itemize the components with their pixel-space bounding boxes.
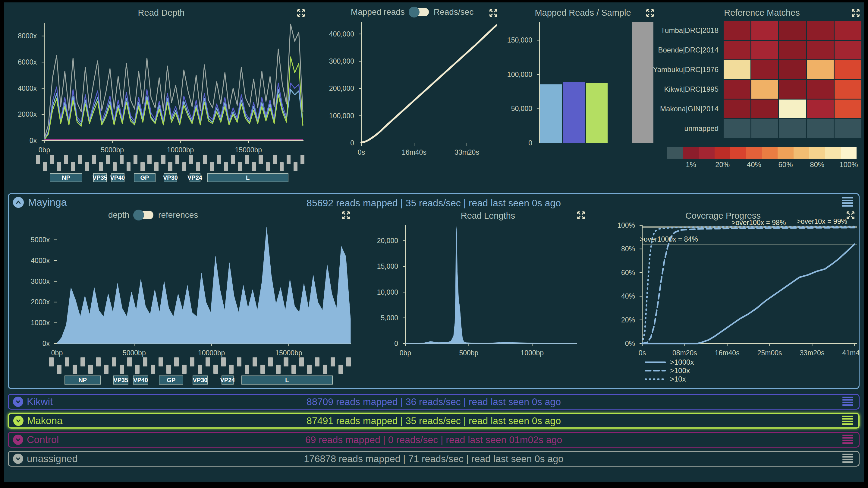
legend-label: >10x	[670, 375, 686, 383]
amplicon-block	[112, 357, 116, 367]
sample-row-makona[interactable]: Makona 87491 reads mapped | 35 reads/sec…	[8, 413, 860, 429]
reads-per-sec-label: Reads/sec	[434, 7, 473, 17]
mapped-reads-toggle[interactable]	[410, 8, 429, 16]
gene-vp24: VP24	[221, 375, 234, 384]
expand-icon[interactable]	[576, 210, 586, 221]
legend-item: >10x	[645, 375, 694, 383]
coverage-plot	[639, 225, 857, 347]
scale-swatch	[683, 147, 699, 159]
heatmap-cell	[779, 41, 806, 59]
scale-swatch	[794, 147, 809, 159]
menu-icon[interactable]	[842, 435, 854, 445]
expand-icon[interactable]	[645, 8, 655, 18]
gene-vp30: VP30	[193, 375, 208, 384]
sample-row-kikwit[interactable]: Kikwit 88709 reads mapped | 36 reads/sec…	[8, 394, 860, 409]
menu-icon[interactable]	[842, 454, 854, 464]
sample-row-unassigned[interactable]: unassigned 176878 reads mapped | 71 read…	[8, 451, 860, 467]
amplicon-block	[127, 357, 132, 367]
y-tick-label: 1000x	[31, 319, 50, 327]
x-tick-label: 33m20s	[800, 349, 825, 357]
depth-references-toggle-row: depth references	[108, 210, 198, 220]
legend-item: >100x	[645, 367, 694, 375]
amplicon-block	[221, 357, 226, 367]
gene-vp40: VP40	[111, 173, 124, 182]
x-tick-label: 25m00s	[757, 349, 782, 357]
legend-label: >100x	[670, 367, 690, 375]
y-tick-label: 0	[350, 139, 354, 147]
scale-label: 60%	[778, 161, 793, 169]
scale-swatch	[762, 147, 778, 159]
sample-panel-mayinga: Mayinga 85692 reads mapped | 35 reads/se…	[8, 193, 860, 389]
amplicon-block	[293, 162, 298, 171]
gene-gp: GP	[134, 173, 156, 182]
expand-icon[interactable]	[341, 210, 351, 221]
chevron-up-icon[interactable]	[13, 197, 24, 208]
y-tick-label: 100,000	[329, 112, 354, 120]
sample-stats: 69 reads mapped | 0 reads/sec | read las…	[9, 434, 859, 446]
y-tick-label: 5000x	[31, 236, 50, 244]
row-header[interactable]: Makona	[13, 415, 62, 427]
heatmap-cell	[807, 80, 834, 98]
amplicon-block	[36, 155, 40, 164]
chevron-down-icon[interactable]	[13, 435, 23, 445]
gene-vp35: VP35	[93, 173, 107, 182]
y-tick-label: 150,000	[507, 36, 532, 44]
amplicon-block	[266, 162, 270, 171]
expand-icon[interactable]	[845, 210, 856, 221]
amplicon-block	[276, 365, 281, 374]
heatmap-cell	[779, 80, 806, 98]
y-tick-label: 5,000	[381, 314, 398, 322]
row-header[interactable]: Kikwit	[13, 396, 53, 407]
amplicon-block	[64, 155, 68, 164]
mayinga-header[interactable]: Mayinga	[13, 196, 67, 208]
expand-icon[interactable]	[296, 8, 306, 18]
gene-map: NPVP35VP40GPVP30VP24L	[49, 375, 354, 384]
y-tick-label: 15,000	[377, 262, 398, 270]
amplicon-block	[92, 155, 96, 164]
heatmap-row-label: Makona|GIN|2014	[662, 99, 723, 118]
chevron-down-icon[interactable]	[13, 454, 23, 464]
menu-icon[interactable]	[842, 397, 854, 407]
chevron-down-icon[interactable]	[13, 415, 24, 426]
heatmap-cell	[724, 41, 750, 59]
amplicon-block	[217, 155, 221, 164]
heatmap-cell	[807, 21, 834, 40]
x-tick-label: 10000bp	[167, 146, 194, 154]
amplicon-block	[213, 365, 218, 374]
y-tick-label: 2000x	[31, 298, 50, 306]
amplicon-block	[182, 162, 186, 171]
heatmap-cell	[724, 119, 750, 138]
heatmap-cell	[751, 41, 778, 59]
amplicon-block	[120, 365, 124, 374]
depth-references-toggle[interactable]	[134, 211, 153, 219]
amplicon-block	[206, 357, 210, 367]
x-tick-label: 0s	[358, 148, 365, 156]
heatmap-cell	[751, 99, 778, 118]
scale-swatch	[746, 147, 762, 159]
amplicon-block	[73, 365, 77, 374]
heatmap-cell	[724, 80, 750, 98]
scale-swatch	[778, 147, 793, 159]
heatmap-cell	[779, 60, 806, 79]
amplicon-block	[198, 365, 202, 374]
expand-icon[interactable]	[850, 8, 861, 18]
sample-name: unassigned	[27, 453, 78, 464]
amplicon-block	[323, 365, 327, 374]
x-tick-label: 500bp	[459, 349, 478, 357]
amplicon-block	[203, 155, 207, 164]
reads-per-sample-title: Mapped Reads / Sample	[508, 8, 658, 18]
amplicon-block	[229, 365, 234, 374]
amplicon-block	[49, 357, 54, 367]
scale-label: 1%	[686, 161, 696, 169]
expand-icon[interactable]	[488, 8, 498, 18]
sample-row-control[interactable]: Control 69 reads mapped | 0 reads/sec | …	[8, 432, 860, 448]
amplicon-block	[253, 357, 257, 367]
row-header[interactable]: unassigned	[13, 453, 78, 464]
heatmap-cell	[835, 80, 861, 98]
menu-icon[interactable]	[841, 415, 854, 426]
amplicon-block	[104, 365, 108, 374]
row-header[interactable]: Control	[13, 434, 59, 446]
toggle-knob-icon	[133, 210, 144, 221]
sample-stats: 176878 reads mapped | 71 reads/sec | rea…	[9, 453, 859, 464]
chevron-down-icon[interactable]	[13, 397, 23, 407]
